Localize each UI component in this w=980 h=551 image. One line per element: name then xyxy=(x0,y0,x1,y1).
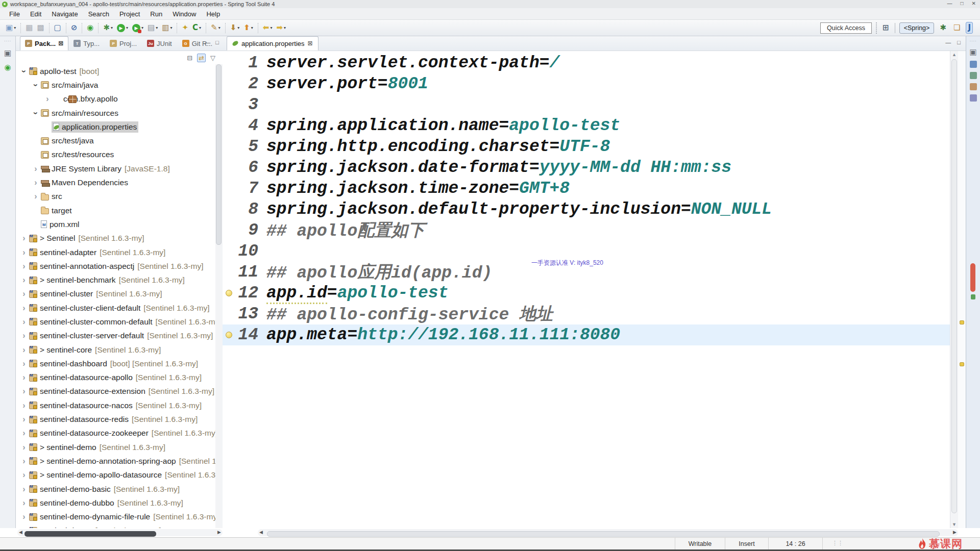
chevron-right-icon[interactable]: › xyxy=(20,457,28,465)
editor-line-3[interactable]: 3 xyxy=(223,94,950,115)
editor-line-12[interactable]: 12app.id=apollo-test xyxy=(223,283,950,304)
minimize-editor-button[interactable]: — xyxy=(945,39,951,45)
chevron-right-icon[interactable]: › xyxy=(20,485,28,493)
new-wizard-button[interactable]: ▣▾ xyxy=(4,22,17,33)
chevron-right-icon[interactable]: › xyxy=(20,332,28,340)
chevron-right-icon[interactable]: › xyxy=(20,262,28,270)
chevron-right-icon[interactable]: › xyxy=(20,415,28,423)
scroll-right-icon[interactable]: ▶ xyxy=(217,530,221,535)
minimized-view-icon[interactable] xyxy=(970,72,977,79)
chevron-right-icon[interactable]: › xyxy=(20,471,28,479)
tree-item[interactable]: ›> Sentinel[Sentinel 1.6.3-my] xyxy=(16,232,215,245)
maximize-button[interactable]: □ xyxy=(961,1,964,6)
tab-type-hierarchy[interactable]: TTyp... xyxy=(68,36,105,51)
tree-item[interactable]: ›sentinel-adapter[Sentinel 1.6.3-my] xyxy=(16,245,215,259)
tree-item[interactable]: ›application.properties xyxy=(16,120,215,134)
tab-junit[interactable]: JuJUnit xyxy=(142,36,177,51)
chevron-right-icon[interactable]: › xyxy=(43,95,52,103)
editor-line-5[interactable]: 5spring.http.encoding.charset=UTF-8 xyxy=(223,136,950,157)
team-perspective-button[interactable]: ❏ xyxy=(952,22,962,33)
boot-dashboard-button[interactable]: ◉ xyxy=(4,63,11,72)
editor-line-6[interactable]: 6spring.jackson.date-format=yyyy-MM-dd H… xyxy=(223,157,950,178)
minimize-view-button[interactable]: — xyxy=(205,39,210,45)
tree-horizontal-scrollbar-thumb[interactable] xyxy=(24,531,156,537)
chevron-right-icon[interactable]: › xyxy=(20,318,28,326)
back-button[interactable]: ⬅▾ xyxy=(261,22,274,33)
annotation-marker[interactable] xyxy=(960,320,964,324)
editor-horizontal-scrollbar[interactable]: ◀ ▶ xyxy=(258,529,958,536)
lightbulb-icon[interactable] xyxy=(226,290,232,296)
tree-item[interactable]: ›> sentinel-demo-annotation-spring-aop[S… xyxy=(16,454,215,468)
tree-item[interactable]: ›Maven Dependencies xyxy=(16,176,215,189)
editor-horizontal-scrollbar-thumb[interactable] xyxy=(267,531,940,537)
minimized-view-marker[interactable] xyxy=(971,294,975,299)
chevron-down-icon[interactable]: › xyxy=(32,81,40,89)
tree-item[interactable]: ›sentinel-cluster-server-default[Sentine… xyxy=(16,329,215,343)
editor-vertical-scrollbar-thumb[interactable] xyxy=(951,59,957,513)
tree-item[interactable]: ›sentinel-datasource-redis[Sentinel 1.6.… xyxy=(16,412,215,426)
minimized-view-marker[interactable] xyxy=(970,263,975,292)
quick-access-box[interactable]: Quick Access xyxy=(820,22,872,34)
tree-item[interactable]: ›sentinel-datasource-zookeeper[Sentinel … xyxy=(16,427,215,440)
run-button[interactable]: ▶▾ xyxy=(115,23,130,33)
coverage-button[interactable]: ▥▾ xyxy=(160,22,174,33)
chevron-right-icon[interactable]: › xyxy=(20,443,28,452)
save-all-button[interactable]: ▩ xyxy=(35,22,45,33)
chevron-right-icon[interactable]: › xyxy=(20,513,28,521)
annotation-marker[interactable] xyxy=(960,362,964,366)
scroll-right-icon[interactable]: ▶ xyxy=(953,530,957,535)
menu-run[interactable]: Run xyxy=(145,9,167,19)
tree-item[interactable]: ›> sentinel-benchmark[Sentinel 1.6.3-my] xyxy=(16,273,215,287)
chevron-down-icon[interactable]: › xyxy=(32,109,40,117)
chevron-right-icon[interactable]: › xyxy=(32,192,40,201)
tree-item[interactable]: ›sentinel-cluster[Sentinel 1.6.3-my] xyxy=(16,287,215,301)
tree-item[interactable]: ›sentinel-cluster-common-default[Sentine… xyxy=(16,315,215,329)
new-project-wizard-button[interactable]: ✦ xyxy=(180,22,190,33)
import-button[interactable]: ⬇▾ xyxy=(229,22,241,33)
open-perspective-button[interactable]: ⊞ xyxy=(881,22,891,33)
maximize-view-button[interactable]: □ xyxy=(215,39,219,45)
tree-item[interactable]: ›sentinel-demo-dubbo[Sentinel 1.6.3-my] xyxy=(16,496,215,510)
tree-item[interactable]: ›sentinel-annotation-aspectj[Sentinel 1.… xyxy=(16,259,215,273)
chevron-down-icon[interactable]: › xyxy=(20,67,28,76)
tree-item[interactable]: ›JRE System Library[JavaSE-1.8] xyxy=(16,162,215,176)
tree-item[interactable]: ›src/test/resources xyxy=(16,148,215,162)
tree-item[interactable]: ›sentinel-dashboard[boot] [Sentinel 1.6.… xyxy=(16,357,215,370)
minimize-button[interactable]: — xyxy=(947,1,952,6)
editor-line-7[interactable]: 7spring.jackson.time-zone=GMT+8 xyxy=(223,178,950,199)
tree-item[interactable]: ›src/main/resources xyxy=(16,106,215,120)
restore-view-button[interactable]: ▣ xyxy=(969,47,976,57)
minimized-view-icon[interactable] xyxy=(970,83,977,90)
scroll-down-icon[interactable]: ▼ xyxy=(952,522,957,527)
tree-item[interactable]: ›src/main/java xyxy=(16,78,215,92)
editor-line-8[interactable]: 8spring.jackson.default-property-inclusi… xyxy=(223,199,950,220)
tree-item[interactable]: ›src xyxy=(16,190,215,204)
open-console-button[interactable]: ▢ xyxy=(53,22,63,33)
tree-item[interactable]: ›sentinel-datasource-extension[Sentinel … xyxy=(16,385,215,398)
chevron-right-icon[interactable]: › xyxy=(20,429,28,437)
save-button[interactable]: ▦ xyxy=(24,22,34,33)
chevron-right-icon[interactable]: › xyxy=(20,304,28,312)
scroll-left-icon[interactable]: ◀ xyxy=(19,530,22,535)
chevron-right-icon[interactable]: › xyxy=(20,276,28,284)
chevron-right-icon[interactable]: › xyxy=(20,373,28,382)
tree-vertical-scrollbar-thumb[interactable] xyxy=(216,64,222,245)
chevron-right-icon[interactable]: › xyxy=(20,234,28,242)
tree-item[interactable]: ›com.bfxy.apollo xyxy=(16,92,215,106)
new-class-button[interactable]: C▾ xyxy=(191,22,203,33)
java-perspective-button[interactable]: J xyxy=(966,22,973,34)
tree-item[interactable]: ›pom.xml xyxy=(16,217,215,231)
editor-line-2[interactable]: 2server.port=8001 xyxy=(223,73,950,94)
chevron-right-icon[interactable]: › xyxy=(20,499,28,507)
chevron-right-icon[interactable]: › xyxy=(20,387,28,395)
tree-item[interactable]: ›src/test/java xyxy=(16,134,215,147)
tab-package-explorer[interactable]: PPack...⊠ xyxy=(20,36,68,51)
tree-item[interactable]: ›sentinel-datasource-apollo[Sentinel 1.6… xyxy=(16,371,215,385)
menu-search[interactable]: Search xyxy=(83,9,114,19)
menu-project[interactable]: Project xyxy=(114,9,145,19)
scroll-up-icon[interactable]: ▲ xyxy=(952,52,957,57)
chevron-right-icon[interactable]: › xyxy=(20,346,28,354)
tree-vertical-scrollbar[interactable] xyxy=(215,64,223,528)
close-button[interactable]: ✕ xyxy=(972,1,976,6)
export-button[interactable]: ⬆▾ xyxy=(242,22,255,33)
